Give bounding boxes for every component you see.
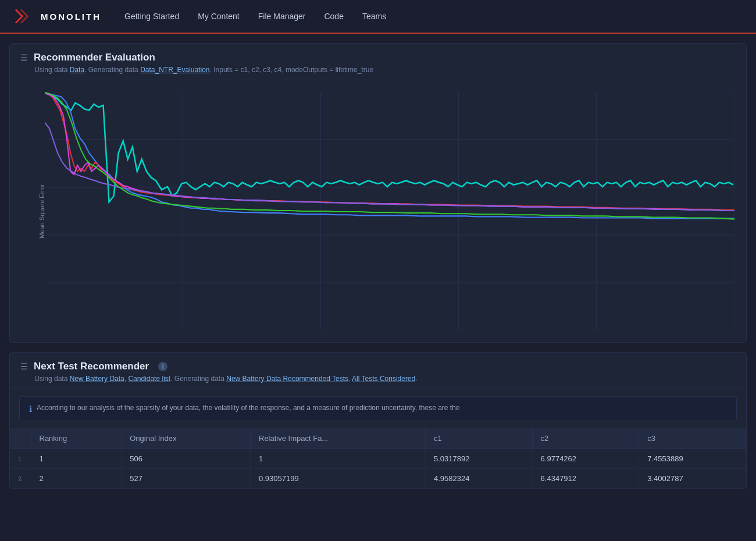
nav-my-content[interactable]: My Content [198, 9, 240, 23]
nt-sub-post: . [415, 375, 417, 383]
nt-gen-link1[interactable]: New Battery Data Recommended Tests [226, 375, 348, 383]
nav-getting-started[interactable]: Getting Started [124, 9, 179, 23]
y-axis-label: Mean Square Error [38, 184, 45, 239]
row-c1-2: 4.9582324 [425, 469, 532, 489]
data-link[interactable]: Data [70, 66, 84, 74]
row-c2-1: 6.9774262 [532, 449, 639, 469]
chart-area: 100 80 60 40 20 0 50 100 150 200 [45, 92, 734, 330]
row-num-2: 2 [10, 469, 31, 489]
recommender-eval-header: ☰ Recommender Evaluation Using data Data… [10, 44, 746, 80]
col-c3: c3 [639, 428, 746, 449]
nt-sub-mid2: . Generating data [170, 375, 226, 383]
next-test-title: Next Test Recommender [34, 361, 149, 372]
table-header: Ranking Original Index Relative Impact F… [10, 428, 746, 449]
nav-links: Getting Started My Content File Manager … [124, 9, 386, 23]
analysis-info-box: ℹ According to our analysis of the spars… [19, 396, 737, 421]
row-rel-impact-2: 0.93057199 [251, 469, 426, 489]
info-circle-icon: i [158, 362, 167, 371]
panel-title-row: ☰ Recommender Evaluation [20, 52, 736, 63]
next-test-title-row: ☰ Next Test Recommender i [20, 361, 736, 372]
nt-data-link1[interactable]: New Battery Data [70, 375, 124, 383]
table-row: 1 1 506 1 5.0317892 6.9774262 7.4553889 [10, 449, 746, 469]
next-test-panel: ☰ Next Test Recommender i Using data New… [9, 352, 747, 489]
main-content: ☰ Recommender Evaluation Using data Data… [0, 34, 756, 499]
chart-svg: 100 80 60 40 20 0 50 100 150 200 [45, 92, 734, 330]
logo[interactable]: MONOLITH [14, 6, 101, 27]
row-ranking-2: 2 [31, 469, 122, 489]
row-orig-index-1: 506 [122, 449, 251, 469]
recommender-eval-subtitle: Using data Data. Generating data Data_NT… [20, 66, 736, 74]
col-c1: c1 [425, 428, 532, 449]
col-original-index: Original Index [122, 428, 251, 449]
logo-icon [14, 6, 35, 27]
analysis-info-text: According to our analysis of the sparsit… [37, 404, 460, 412]
nav-code[interactable]: Code [324, 9, 343, 23]
panel-icon: ☰ [20, 53, 28, 62]
nt-sub-pre: Using data [34, 375, 70, 383]
next-test-subtitle: Using data New Battery Data, Candidate l… [20, 375, 736, 383]
info-box-icon: ℹ [29, 404, 32, 414]
recommender-eval-panel: ☰ Recommender Evaluation Using data Data… [9, 43, 747, 343]
nav-teams[interactable]: Teams [362, 9, 386, 23]
col-row-index [10, 428, 31, 449]
recommendations-table: Ranking Original Index Relative Impact F… [10, 428, 746, 489]
subtitle-mid: . Generating data [84, 66, 140, 74]
col-relative-impact: Relative Impact Fa... [251, 428, 426, 449]
next-test-icon: ☰ [20, 362, 28, 371]
table-body: 1 1 506 1 5.0317892 6.9774262 7.4553889 … [10, 449, 746, 489]
row-c2-2: 6.4347912 [532, 469, 639, 489]
subtitle-post: . Inputs = c1, c2, c3, c4, modeOutputs =… [210, 66, 373, 74]
col-ranking: Ranking [31, 428, 122, 449]
row-ranking-1: 1 [31, 449, 122, 469]
row-c1-1: 5.0317892 [425, 449, 532, 469]
gen-link[interactable]: Data_NTR_Evaluation [140, 66, 209, 74]
row-c3-2: 3.4002787 [639, 469, 746, 489]
table-row: 2 2 527 0.93057199 4.9582324 6.4347912 3… [10, 469, 746, 489]
next-test-header: ☰ Next Test Recommender i Using data New… [10, 353, 746, 389]
nav-file-manager[interactable]: File Manager [258, 9, 306, 23]
logo-text: MONOLITH [41, 12, 101, 22]
recommender-eval-title: Recommender Evaluation [34, 52, 155, 63]
row-rel-impact-1: 1 [251, 449, 426, 469]
navbar: MONOLITH Getting Started My Content File… [0, 0, 756, 34]
col-c2: c2 [532, 428, 639, 449]
row-c3-1: 7.4553889 [639, 449, 746, 469]
nt-data-link2[interactable]: Candidate list [128, 375, 170, 383]
chart-container: Mean Square Error [10, 80, 746, 342]
row-orig-index-2: 527 [122, 469, 251, 489]
subtitle-pre: Using data [34, 66, 70, 74]
nt-gen-link2[interactable]: All Tests Considered [352, 375, 415, 383]
row-num-1: 1 [10, 449, 31, 469]
